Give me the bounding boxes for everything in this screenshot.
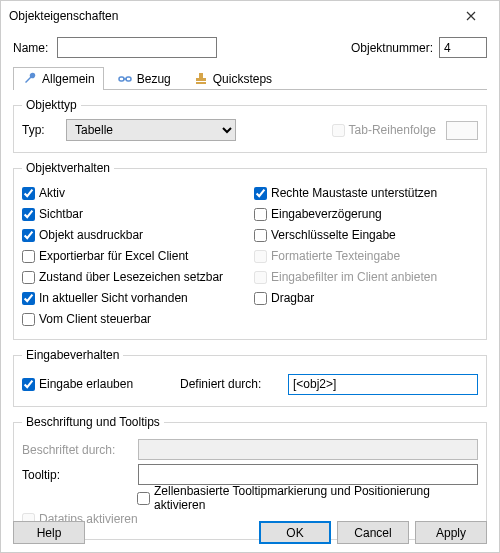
tooltip-label: Tooltip:	[22, 468, 132, 482]
eingabefilter-label: Eingabefilter im Client anbieten	[271, 270, 437, 284]
help-button[interactable]: Help	[13, 521, 85, 544]
objnum-input[interactable]	[439, 37, 487, 58]
name-label: Name:	[13, 41, 51, 55]
ok-button[interactable]: OK	[259, 521, 331, 544]
beschriftet-input	[138, 439, 478, 460]
beschriftung-legend: Beschriftung und Tooltips	[22, 415, 164, 429]
eingabefilter-checkbox	[254, 271, 267, 284]
formatierte-checkbox	[254, 250, 267, 263]
close-button[interactable]	[451, 2, 491, 30]
verschl-label: Verschlüsselte Eingabe	[271, 228, 396, 242]
definiert-input[interactable]	[288, 374, 478, 395]
name-row: Name: Objektnummer:	[13, 37, 487, 58]
window-title: Objekteigenschaften	[9, 9, 451, 23]
titlebar: Objekteigenschaften	[1, 1, 499, 31]
objekttyp-legend: Objekttyp	[22, 98, 81, 112]
tab-reihenfolge-checkbox	[332, 124, 345, 137]
tooltip-input[interactable]	[138, 464, 478, 485]
exportierbar-label: Exportierbar für Excel Client	[39, 249, 188, 263]
dragbar-label: Dragbar	[271, 291, 314, 305]
tab-strip: Allgemein Bezug Quicksteps	[13, 66, 487, 90]
svg-rect-3	[196, 82, 206, 84]
button-bar: Help OK Cancel Apply	[13, 521, 487, 544]
zellen-checkbox[interactable]	[137, 492, 150, 505]
zellen-label: Zellenbasierte Tooltipmarkierung und Pos…	[154, 484, 478, 512]
vomclient-checkbox[interactable]	[22, 313, 35, 326]
formatierte-label: Formatierte Texteingabe	[271, 249, 400, 263]
name-input[interactable]	[57, 37, 217, 58]
tab-bezug[interactable]: Bezug	[108, 67, 180, 90]
objektverhalten-group: Objektverhalten Aktiv Sichtbar Objekt au…	[13, 161, 487, 340]
wrench-icon	[22, 71, 38, 87]
objnum-label: Objektnummer:	[351, 41, 433, 55]
eingabeverz-label: Eingabeverzögerung	[271, 207, 382, 221]
aktiv-checkbox[interactable]	[22, 187, 35, 200]
typ-label: Typ:	[22, 123, 60, 137]
beschriftet-label: Beschriftet durch:	[22, 443, 132, 457]
zustand-label: Zustand über Lesezeichen setzbar	[39, 270, 223, 284]
tab-reihenfolge-input	[446, 121, 478, 140]
rechtemaus-checkbox[interactable]	[254, 187, 267, 200]
objekttyp-group: Objekttyp Typ: Tabelle Tab-Reihenfolge	[13, 98, 487, 153]
definiert-label: Definiert durch:	[180, 377, 280, 391]
tab-reihenfolge-check: Tab-Reihenfolge	[332, 121, 478, 139]
inaktueller-label: In aktueller Sicht vorhanden	[39, 291, 188, 305]
sichtbar-label: Sichtbar	[39, 207, 83, 221]
typ-select[interactable]: Tabelle	[66, 119, 236, 141]
sichtbar-checkbox[interactable]	[22, 208, 35, 221]
exportierbar-checkbox[interactable]	[22, 250, 35, 263]
tab-bezug-label: Bezug	[137, 72, 171, 86]
close-icon	[466, 11, 476, 21]
aktiv-label: Aktiv	[39, 186, 65, 200]
dialog-body: Name: Objektnummer: Allgemein Bezug Quic…	[1, 31, 499, 540]
inaktueller-checkbox[interactable]	[22, 292, 35, 305]
eingabe-erlauben-checkbox[interactable]	[22, 378, 35, 391]
objektverhalten-legend: Objektverhalten	[22, 161, 114, 175]
tab-reihenfolge-label: Tab-Reihenfolge	[349, 123, 436, 137]
eingabeverhalten-group: Eingabeverhalten Eingabe erlauben Defini…	[13, 348, 487, 407]
eingabeverhalten-legend: Eingabeverhalten	[22, 348, 123, 362]
eingabe-erlauben-label: Eingabe erlauben	[39, 377, 133, 391]
zustand-checkbox[interactable]	[22, 271, 35, 284]
eingabeverz-checkbox[interactable]	[254, 208, 267, 221]
link-icon	[117, 71, 133, 87]
tab-allgemein[interactable]: Allgemein	[13, 67, 104, 90]
rechtemaus-label: Rechte Maustaste unterstützen	[271, 186, 437, 200]
verschl-checkbox[interactable]	[254, 229, 267, 242]
apply-button[interactable]: Apply	[415, 521, 487, 544]
dragbar-checkbox[interactable]	[254, 292, 267, 305]
dialog-window: Objekteigenschaften Name: Objektnummer: …	[0, 0, 500, 553]
tab-quicksteps[interactable]: Quicksteps	[184, 67, 281, 90]
tab-quicksteps-label: Quicksteps	[213, 72, 272, 86]
tab-allgemein-label: Allgemein	[42, 72, 95, 86]
ausdruckbar-label: Objekt ausdruckbar	[39, 228, 143, 242]
stamp-icon	[193, 71, 209, 87]
ausdruckbar-checkbox[interactable]	[22, 229, 35, 242]
vomclient-label: Vom Client steuerbar	[39, 312, 151, 326]
cancel-button[interactable]: Cancel	[337, 521, 409, 544]
